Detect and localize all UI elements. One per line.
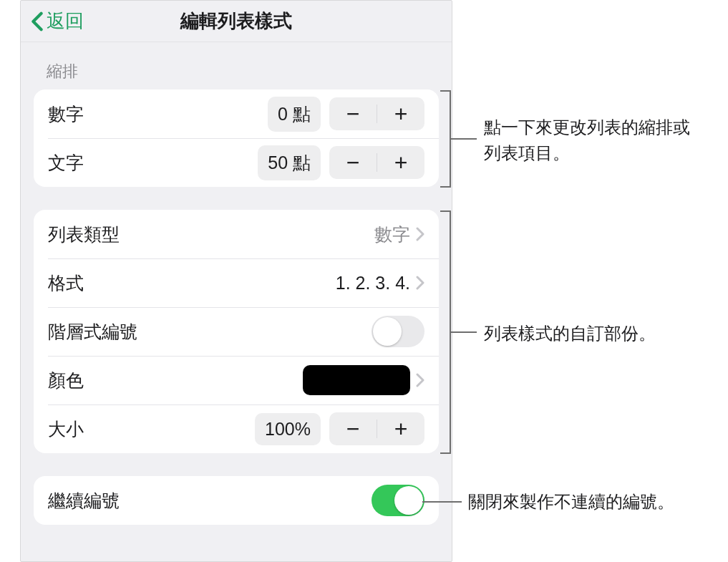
label-continue: 繼續編號 bbox=[48, 489, 372, 513]
toggle-knob bbox=[394, 486, 423, 515]
value-size[interactable]: 100% bbox=[255, 413, 321, 445]
callout-bracket bbox=[440, 186, 450, 188]
back-button[interactable]: 返回 bbox=[21, 9, 84, 34]
edit-list-style-panel: 返回 編輯列表樣式 縮排 數字 0 點 − + 文字 50 點 − bbox=[20, 0, 452, 562]
chevron-right-icon bbox=[416, 276, 424, 290]
row-tiered-numbering: 階層式編號 bbox=[34, 307, 439, 356]
panel-title: 編輯列表樣式 bbox=[21, 9, 452, 34]
decrement-button[interactable]: − bbox=[329, 412, 377, 445]
decrement-button[interactable]: − bbox=[329, 146, 377, 179]
section-header-indent: 縮排 bbox=[21, 42, 452, 89]
chevron-left-icon bbox=[31, 11, 44, 32]
stepper-size: − + bbox=[329, 412, 424, 445]
label-list-type: 列表類型 bbox=[48, 223, 374, 246]
row-size: 大小 100% − + bbox=[34, 404, 439, 453]
annotation-style: 列表樣式的自訂部份。 bbox=[484, 321, 713, 347]
toggle-tiered-numbering[interactable] bbox=[372, 316, 424, 347]
row-number-indent: 數字 0 點 − + bbox=[34, 89, 439, 138]
continue-card: 繼續編號 bbox=[34, 476, 439, 525]
chevron-right-icon bbox=[416, 373, 424, 387]
callout-leader bbox=[422, 501, 462, 503]
value-text-indent[interactable]: 50 點 bbox=[258, 145, 321, 180]
increment-button[interactable]: + bbox=[377, 146, 424, 179]
decrement-button[interactable]: − bbox=[329, 97, 377, 130]
increment-button[interactable]: + bbox=[377, 97, 424, 130]
row-format[interactable]: 格式 1. 2. 3. 4. bbox=[34, 258, 439, 307]
chevron-right-icon bbox=[416, 227, 424, 241]
annotation-indent: 點一下來更改列表的縮排或列表項目。 bbox=[484, 115, 706, 166]
stepper-text-indent: − + bbox=[329, 146, 424, 179]
row-color[interactable]: 顏色 bbox=[34, 356, 439, 404]
callout-bracket bbox=[440, 452, 450, 454]
value-list-type: 數字 bbox=[374, 223, 410, 246]
row-text-indent: 文字 50 點 − + bbox=[34, 138, 439, 187]
row-list-type[interactable]: 列表類型 數字 bbox=[34, 210, 439, 258]
callout-leader bbox=[450, 331, 477, 333]
toggle-knob bbox=[373, 317, 402, 346]
label-format: 格式 bbox=[48, 271, 336, 295]
callout-bracket bbox=[440, 210, 450, 212]
row-continue-numbering: 繼續編號 bbox=[34, 476, 439, 525]
style-card: 列表類型 數字 格式 1. 2. 3. 4. 階層式編號 顏色 bbox=[34, 210, 439, 453]
back-label: 返回 bbox=[47, 9, 84, 34]
label-text: 文字 bbox=[48, 151, 258, 175]
label-tiered: 階層式編號 bbox=[48, 320, 372, 344]
color-swatch bbox=[303, 365, 410, 395]
label-number: 數字 bbox=[48, 102, 268, 126]
callout-bracket bbox=[440, 90, 450, 92]
value-format: 1. 2. 3. 4. bbox=[336, 273, 410, 294]
value-number-indent[interactable]: 0 點 bbox=[268, 97, 321, 132]
stepper-number-indent: − + bbox=[329, 97, 424, 130]
label-color: 顏色 bbox=[48, 369, 303, 392]
indent-card: 數字 0 點 − + 文字 50 點 − + bbox=[34, 89, 439, 187]
increment-button[interactable]: + bbox=[377, 412, 424, 445]
panel-header: 返回 編輯列表樣式 bbox=[21, 1, 452, 42]
toggle-continue-numbering[interactable] bbox=[372, 485, 424, 516]
label-size: 大小 bbox=[48, 417, 255, 441]
callout-leader bbox=[450, 138, 477, 140]
annotation-continue: 關閉來製作不連續的編號。 bbox=[468, 489, 726, 515]
